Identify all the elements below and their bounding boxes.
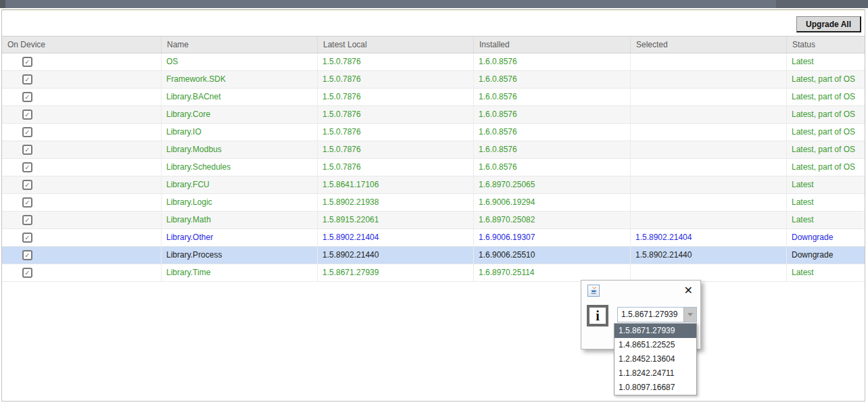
cell-selected xyxy=(631,159,787,176)
cell-name: Library.IO xyxy=(162,124,318,141)
on-device-checkbox[interactable]: ✓ xyxy=(22,110,32,120)
on-device-checkbox[interactable]: ✓ xyxy=(22,233,32,243)
cell-status: Latest xyxy=(787,176,865,193)
cell-latest-local: 1.5.0.7876 xyxy=(318,124,474,141)
column-header-on-device[interactable]: On Device xyxy=(2,37,162,53)
column-header-status[interactable]: Status xyxy=(787,37,865,53)
cell-latest-local: 1.5.8671.27939 xyxy=(318,264,474,281)
table-row[interactable]: ✓Library.FCU1.5.8641.171061.6.8970.25065… xyxy=(2,176,865,194)
cell-latest-local: 1.5.8902.21440 xyxy=(318,247,474,264)
firmware-update-panel: Upgrade All On DeviceNameLatest LocalIns… xyxy=(1,9,865,402)
cell-name: Library.Schedules xyxy=(162,159,318,176)
cell-name: Library.Process xyxy=(162,247,318,264)
cell-name: Library.Core xyxy=(162,106,318,123)
cell-on-device: ✓ xyxy=(2,53,162,70)
cell-selected xyxy=(631,194,787,211)
table-row[interactable]: ✓Library.Other1.5.8902.214041.6.9006.193… xyxy=(2,229,865,247)
cell-latest-local: 1.5.0.7876 xyxy=(318,106,474,123)
column-header-selected[interactable]: Selected xyxy=(631,37,787,53)
table-row[interactable]: ✓Library.IO1.5.0.78761.6.0.8576Latest, p… xyxy=(2,124,865,141)
cell-on-device: ✓ xyxy=(2,212,162,228)
on-device-checkbox[interactable]: ✓ xyxy=(22,162,32,172)
cell-name: Library.Modbus xyxy=(162,141,318,158)
combobox-dropdown-button[interactable] xyxy=(683,308,696,322)
cell-on-device: ✓ xyxy=(2,247,162,264)
cell-name: Library.Time xyxy=(162,264,318,281)
table-row[interactable]: ✓Library.Logic1.5.8902.219381.6.9006.192… xyxy=(2,194,865,212)
close-icon[interactable]: ✕ xyxy=(684,283,693,298)
chevron-down-icon xyxy=(688,313,693,316)
table-row[interactable]: ✓Framework.SDK1.5.0.78761.6.0.8576Latest… xyxy=(2,71,865,89)
column-header-latest-local[interactable]: Latest Local xyxy=(318,37,474,53)
cell-installed: 1.6.9006.19307 xyxy=(474,229,631,246)
on-device-checkbox[interactable]: ✓ xyxy=(22,180,32,190)
dropdown-option[interactable]: 1.1.8242.24711 xyxy=(614,366,696,381)
cell-installed: 1.6.9006.25510 xyxy=(474,247,631,264)
table-row[interactable]: ✓Library.Math1.5.8915.220611.6.8970.2508… xyxy=(2,212,865,229)
cell-status: Latest xyxy=(787,194,865,211)
upgrade-all-button[interactable]: Upgrade All xyxy=(796,16,861,32)
table-row[interactable]: ✓OS1.5.0.78761.6.0.8576Latest xyxy=(2,53,865,71)
version-combobox[interactable]: 1.5.8671.27939 xyxy=(617,307,697,322)
on-device-checkbox[interactable]: ✓ xyxy=(22,145,32,155)
cell-name: Library.FCU xyxy=(162,176,318,193)
cell-status: Latest, part of OS xyxy=(787,106,865,123)
java-icon xyxy=(587,285,600,297)
cell-on-device: ✓ xyxy=(2,194,162,211)
on-device-checkbox[interactable]: ✓ xyxy=(22,250,32,260)
toolbar: Upgrade All xyxy=(2,10,865,36)
table-row[interactable]: ✓Library.Time1.5.8671.279391.6.8970.2511… xyxy=(2,264,865,282)
cell-status: Latest, part of OS xyxy=(787,89,865,105)
dropdown-option[interactable]: 1.4.8651.22525 xyxy=(614,338,696,352)
cell-status: Downgrade xyxy=(787,247,865,264)
table-body: ✓OS1.5.0.78761.6.0.8576Latest✓Framework.… xyxy=(2,53,865,282)
column-header-installed[interactable]: Installed xyxy=(474,37,631,53)
cell-on-device: ✓ xyxy=(2,229,162,246)
cell-selected xyxy=(631,89,787,105)
cell-name: Library.BACnet xyxy=(162,89,318,105)
cell-installed: 1.6.0.8576 xyxy=(474,106,631,123)
info-icon: i xyxy=(587,305,608,327)
on-device-checkbox[interactable]: ✓ xyxy=(22,215,32,225)
cell-on-device: ✓ xyxy=(2,159,162,176)
table-row[interactable]: ✓Library.BACnet1.5.0.78761.6.0.8576Lates… xyxy=(2,89,865,106)
table-row[interactable]: ✓Library.Core1.5.0.78761.6.0.8576Latest,… xyxy=(2,106,865,124)
cell-on-device: ✓ xyxy=(2,89,162,105)
cell-installed: 1.6.0.8576 xyxy=(474,159,631,176)
cell-name: OS xyxy=(162,53,318,70)
cell-installed: 1.6.8970.25065 xyxy=(474,176,631,193)
cell-selected xyxy=(631,141,787,158)
dropdown-option[interactable]: 1.5.8671.27939 xyxy=(614,324,696,338)
column-header-name[interactable]: Name xyxy=(162,37,318,53)
cell-installed: 1.6.0.8576 xyxy=(474,141,631,158)
cell-status: Latest, part of OS xyxy=(787,124,865,141)
table-row[interactable]: ✓Library.Schedules1.5.0.78761.6.0.8576La… xyxy=(2,159,865,176)
cell-selected xyxy=(631,176,787,193)
dropdown-option[interactable]: 1.2.8452.13604 xyxy=(614,352,696,366)
on-device-checkbox[interactable]: ✓ xyxy=(22,57,32,67)
on-device-checkbox[interactable]: ✓ xyxy=(22,197,32,208)
table-row[interactable]: ✓Library.Modbus1.5.0.78761.6.0.8576Lates… xyxy=(2,141,865,159)
cell-on-device: ✓ xyxy=(2,106,162,123)
on-device-checkbox[interactable]: ✓ xyxy=(22,92,32,102)
on-device-checkbox[interactable]: ✓ xyxy=(22,268,32,278)
cell-latest-local: 1.5.0.7876 xyxy=(318,159,474,176)
cell-installed: 1.6.0.8576 xyxy=(474,89,631,105)
cell-selected xyxy=(631,106,787,123)
on-device-checkbox[interactable]: ✓ xyxy=(22,74,32,84)
dropdown-option[interactable]: 1.0.8097.16687 xyxy=(614,381,696,395)
on-device-checkbox[interactable]: ✓ xyxy=(22,127,32,137)
cell-selected xyxy=(631,124,787,141)
cell-latest-local: 1.5.8915.22061 xyxy=(318,212,474,228)
cell-selected xyxy=(631,212,787,228)
cell-installed: 1.6.0.8576 xyxy=(474,53,631,70)
cell-latest-local: 1.5.8641.17106 xyxy=(318,176,474,193)
cell-name: Library.Other xyxy=(162,229,318,246)
cell-name: Framework.SDK xyxy=(162,71,318,88)
table-row[interactable]: ✓Library.Process1.5.8902.214401.6.9006.2… xyxy=(2,247,865,264)
window-title-bar xyxy=(0,0,868,8)
cell-installed: 1.6.8970.25082 xyxy=(474,212,631,228)
cell-installed: 1.6.8970.25114 xyxy=(474,264,631,281)
cell-installed: 1.6.0.8576 xyxy=(474,124,631,141)
dialog-title-bar[interactable]: ✕ xyxy=(581,281,700,301)
